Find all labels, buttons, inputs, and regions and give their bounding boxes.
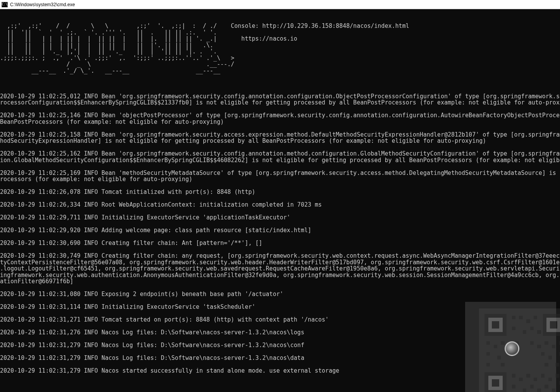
svg-rect-39 (519, 377, 523, 381)
svg-rect-43 (548, 377, 552, 381)
ascii-art: ,:;' ,:;' / / \ \ ,:;' '. ,:;| : / ./ Co… (0, 23, 560, 80)
svg-rect-47 (523, 388, 526, 392)
svg-rect-51 (552, 388, 555, 392)
svg-rect-3 (484, 372, 506, 392)
svg-rect-41 (534, 377, 537, 381)
svg-rect-9 (492, 379, 499, 387)
svg-rect-49 (538, 388, 541, 392)
console-output[interactable]: ,:;' ,:;' / / \ \ ,:;' '. ,:;| : / ./ Co… (0, 9, 560, 392)
svg-rect-42 (541, 374, 545, 377)
svg-rect-48 (530, 385, 534, 388)
svg-rect-50 (545, 385, 548, 388)
svg-rect-44 (556, 374, 559, 377)
cmd-icon: C:\ (2, 2, 8, 7)
log-lines: 2020-10-29 11:02:25,012 INFO Bean 'org.s… (0, 93, 560, 374)
window-title: C:\Windows\system32\cmd.exe (10, 2, 75, 7)
svg-rect-38 (512, 374, 515, 377)
svg-rect-46 (512, 385, 515, 388)
svg-rect-6 (488, 375, 503, 390)
svg-rect-40 (526, 374, 530, 377)
window-title-bar[interactable]: C:\ C:\Windows\system32\cmd.exe (0, 0, 560, 9)
